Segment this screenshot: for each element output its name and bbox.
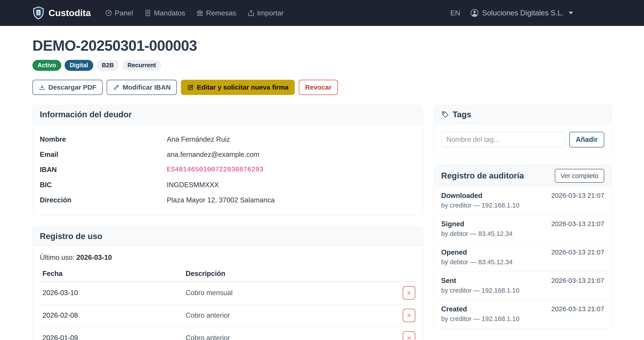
audit-log-card: Registro de auditoría Ver completo Downl… [434,165,612,329]
nav-links: Panel Mandatos [105,9,284,17]
user-menu[interactable]: Soluciones Digitales S.L. [470,8,573,17]
main-content: DEMO-20250301-000003 Activo Digital B2B … [32,26,612,340]
debtor-field-bic: BIC INGDESMMXXX [40,177,416,193]
tags-card-header: Tags [434,105,611,124]
file-text-icon [144,9,152,16]
brand-label: Custodita [48,8,91,18]
audit-entry: Created 2026-03-13 21:07 by creditor — 1… [434,300,611,328]
audit-entry: Sent 2026-03-13 21:07 by creditor — 192.… [434,271,611,300]
edit-request-signature-button[interactable]: Editar y solicitar nueva firma [181,80,295,95]
page-title: DEMO-20250301-000003 [32,37,612,54]
tag-name-input[interactable] [441,132,566,147]
speedometer-icon [105,9,112,16]
nav-item-mandatos[interactable]: Mandatos [144,9,185,17]
usage-table: Fecha Descripción 2026-03-10 Cobro mensu… [40,267,416,340]
x-icon [406,335,412,340]
delete-usage-button[interactable] [403,286,415,300]
usage-log-card-header: Registro de uso [33,227,423,246]
caret-down-icon [569,11,573,14]
pencil-icon [113,84,120,91]
status-badge-digital: Digital [64,60,94,71]
brand[interactable]: Custodita [32,6,91,20]
iban-value: ES4814650100722030876293 [167,166,264,174]
last-use-line: Último uso: 2026-03-10 [40,254,416,262]
navbar: Custodita Panel Mandatos [0,0,644,26]
delete-usage-button[interactable] [403,331,415,340]
bank-icon [196,9,204,16]
audit-entry: Opened 2026-03-13 21:07 by debtor — 83.4… [434,243,611,271]
audit-log-card-title: Registro de auditoría [441,171,524,181]
shield-document-icon [32,6,44,20]
x-icon [406,313,412,318]
status-badge-active: Activo [32,60,61,71]
nav-item-panel[interactable]: Panel [105,9,133,17]
usage-log-card: Registro de uso Último uso: 2026-03-10 F… [32,227,423,340]
debtor-field-direccion: Dirección Plaza Mayor 12, 37002 Salamanc… [40,193,416,208]
pencil-square-icon [187,84,194,91]
language-toggle[interactable]: EN [450,9,460,17]
usage-table-row: 2026-01-09 Cobro anterior [40,327,416,340]
usage-log-card-title: Registro de uso [40,232,416,241]
audit-entries-list: Downloaded 2026-03-13 21:07 by creditor … [434,187,611,328]
nav-item-remesas[interactable]: Remesas [196,9,236,17]
column-header-descripcion: Descripción [183,267,400,282]
nav-item-label: Mandatos [154,9,185,17]
revoke-button[interactable]: Revocar [299,80,338,95]
status-badge-b2b: B2B [96,60,119,71]
debtor-field-email: Email ana.fernandez@example.com [40,147,416,162]
debtor-info-card: Información del deudor Nombre Ana Fernán… [32,105,423,216]
download-icon [39,84,46,91]
action-toolbar: Descargar PDF Modificar IBAN Editar y so… [32,80,612,95]
usage-table-row: 2026-02-08 Cobro anterior [40,304,416,327]
x-icon [406,290,412,296]
tags-card-title: Tags [441,110,604,119]
column-header-fecha: Fecha [40,267,183,282]
nav-item-label: Panel [115,9,133,17]
delete-usage-button[interactable] [403,309,415,322]
nav-item-label: Remesas [206,9,236,17]
nav-item-importar[interactable]: Importar [248,9,284,17]
debtor-info-card-header: Información del deudor [33,105,423,124]
view-full-audit-button[interactable]: Ver completo [555,169,604,183]
usage-table-row: 2026-03-10 Cobro mensual [40,282,416,304]
last-use-date: 2026-03-10 [76,254,112,261]
nav-item-label: Importar [257,9,284,17]
debtor-field-iban: IBAN ES4814650100722030876293 [40,162,416,177]
audit-entry: Downloaded 2026-03-13 21:07 by creditor … [434,187,611,215]
audit-log-card-header: Registro de auditoría Ver completo [434,165,611,187]
user-name: Soluciones Digitales S.L. [482,9,564,17]
modify-iban-button[interactable]: Modificar IBAN [107,80,177,95]
column-header-actions [400,267,416,282]
debtor-info-card-title: Información del deudor [40,110,416,119]
person-circle-icon [470,8,479,17]
upload-icon [248,9,255,16]
add-tag-button[interactable]: Añadir [569,132,604,147]
usage-table-header-row: Fecha Descripción [40,267,416,282]
tags-card: Tags Añadir [434,105,612,155]
tag-icon [441,111,449,119]
status-badges: Activo Digital B2B Recurrent [32,60,612,71]
audit-entry: Signed 2026-03-13 21:07 by debtor — 83.4… [434,215,611,243]
status-badge-recurrent: Recurrent [122,60,161,71]
download-pdf-button[interactable]: Descargar PDF [32,80,103,95]
debtor-field-nombre: Nombre Ana Fernández Ruiz [40,132,416,147]
